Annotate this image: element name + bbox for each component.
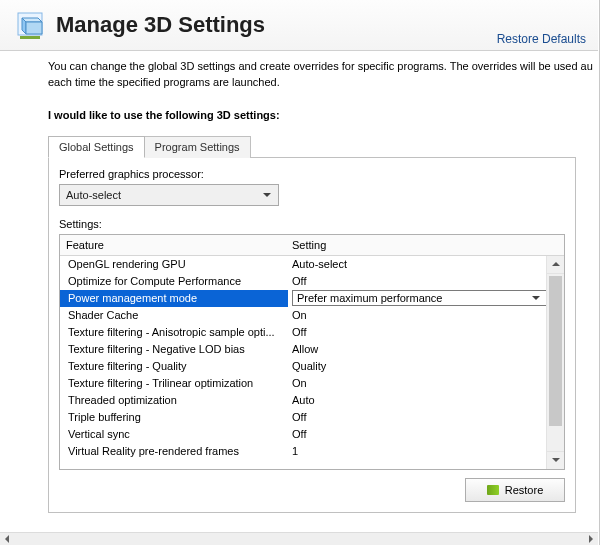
table-row[interactable]: Shader Cache On (60, 307, 547, 324)
listview-body: OpenGL rendering GPU Auto-select Optimiz… (60, 256, 564, 469)
table-row[interactable]: Texture filtering - Anisotropic sample o… (60, 324, 547, 341)
feature-cell: Texture filtering - Trilinear optimizati… (60, 377, 288, 389)
setting-cell: Prefer maximum performance (288, 290, 547, 307)
table-row[interactable]: Virtual Reality pre-rendered frames 1 (60, 443, 547, 460)
window-horizontal-scrollbar[interactable] (0, 532, 598, 545)
setting-cell: Off (288, 411, 547, 423)
tabs-container: Global Settings Program Settings Preferr… (48, 135, 576, 513)
window-content: Manage 3D Settings Restore Defaults You … (0, 0, 598, 533)
manage-3d-icon (14, 10, 46, 42)
settings-subtitle: I would like to use the following 3D set… (48, 109, 576, 121)
setting-cell: Quality (288, 360, 547, 372)
feature-cell: Texture filtering - Anisotropic sample o… (60, 326, 288, 338)
setting-dropdown-value: Prefer maximum performance (297, 292, 443, 304)
table-row[interactable]: Threaded optimization Auto (60, 392, 547, 409)
column-setting[interactable]: Setting (288, 239, 547, 251)
intro-line-2: each time the specified programs are lau… (48, 76, 280, 88)
preferred-processor-select[interactable]: Auto-select (59, 184, 279, 206)
setting-cell: Allow (288, 343, 547, 355)
setting-cell: Off (288, 326, 547, 338)
table-row[interactable]: Texture filtering - Quality Quality (60, 358, 547, 375)
table-row[interactable]: Triple buffering Off (60, 409, 547, 426)
setting-cell: Auto (288, 394, 547, 406)
restore-button[interactable]: Restore (465, 478, 565, 502)
setting-cell: Auto-select (288, 258, 547, 270)
hscroll-right-button[interactable] (584, 533, 598, 545)
setting-cell: 1 (288, 445, 547, 457)
nvidia-control-panel-window: Manage 3D Settings Restore Defaults You … (0, 0, 600, 545)
page-header: Manage 3D Settings Restore Defaults (0, 0, 598, 51)
scroll-thumb[interactable] (549, 276, 562, 426)
svg-rect-1 (20, 36, 40, 39)
listview-header: Feature Setting (60, 235, 564, 256)
restore-button-label: Restore (505, 484, 544, 496)
setting-cell: Off (288, 428, 547, 440)
table-row-selected[interactable]: Power management mode Prefer maximum per… (60, 290, 547, 307)
feature-cell: Power management mode (60, 292, 288, 304)
page-title: Manage 3D Settings (56, 12, 265, 38)
settings-label: Settings: (59, 218, 565, 230)
scroll-down-button[interactable] (547, 451, 564, 469)
tabs: Global Settings Program Settings (48, 135, 576, 157)
listview-scrollbar[interactable] (546, 256, 564, 469)
feature-cell: Triple buffering (60, 411, 288, 423)
feature-cell: Optimize for Compute Performance (60, 275, 288, 287)
table-row[interactable]: Texture filtering - Trilinear optimizati… (60, 375, 547, 392)
table-row[interactable]: Texture filtering - Negative LOD bias Al… (60, 341, 547, 358)
feature-cell: Texture filtering - Quality (60, 360, 288, 372)
hscroll-left-button[interactable] (0, 533, 14, 545)
setting-dropdown[interactable]: Prefer maximum performance (292, 290, 547, 306)
feature-cell: OpenGL rendering GPU (60, 258, 288, 270)
setting-cell: On (288, 377, 547, 389)
page-body: You can change the global 3D settings an… (0, 51, 598, 513)
feature-cell: Threaded optimization (60, 394, 288, 406)
tab-global-settings[interactable]: Global Settings (48, 136, 145, 158)
preferred-processor-value: Auto-select (66, 189, 121, 201)
intro-text: You can change the global 3D settings an… (48, 59, 576, 91)
preferred-processor-label: Preferred graphics processor: (59, 168, 565, 180)
table-row[interactable]: Optimize for Compute Performance Off (60, 273, 547, 290)
restore-row: Restore (59, 478, 565, 502)
setting-cell: Off (288, 275, 547, 287)
settings-panel: Preferred graphics processor: Auto-selec… (48, 157, 576, 513)
feature-cell: Texture filtering - Negative LOD bias (60, 343, 288, 355)
setting-cell: On (288, 309, 547, 321)
table-row[interactable]: OpenGL rendering GPU Auto-select (60, 256, 547, 273)
table-row[interactable]: Vertical sync Off (60, 426, 547, 443)
restore-defaults-link[interactable]: Restore Defaults (497, 32, 586, 46)
scroll-up-button[interactable] (547, 256, 564, 274)
column-feature[interactable]: Feature (60, 239, 288, 251)
feature-cell: Virtual Reality pre-rendered frames (60, 445, 288, 457)
intro-line-1: You can change the global 3D settings an… (48, 60, 593, 72)
settings-listview: Feature Setting OpenGL rendering GPU Aut… (59, 234, 565, 470)
feature-cell: Shader Cache (60, 309, 288, 321)
nvidia-logo-icon (487, 485, 499, 495)
feature-cell: Vertical sync (60, 428, 288, 440)
tab-program-settings[interactable]: Program Settings (144, 136, 251, 158)
